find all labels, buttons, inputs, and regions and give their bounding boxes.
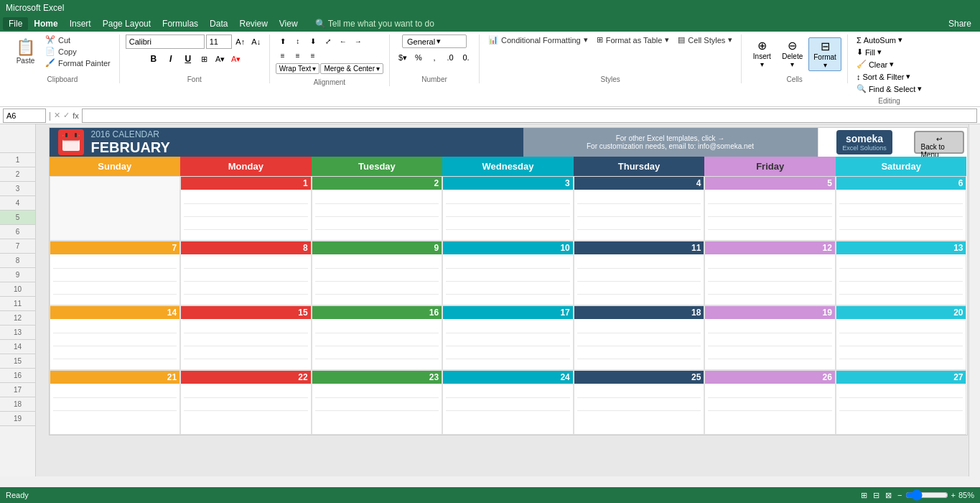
align-top-button[interactable]: ⬆ (276, 34, 290, 47)
menu-home[interactable]: Home (28, 17, 63, 30)
clear-button[interactable]: 🧹 Clear ▾ (854, 59, 925, 70)
align-left-button[interactable]: ≡ (276, 49, 290, 62)
menu-view[interactable]: View (274, 17, 304, 30)
back-to-menu-button[interactable]: ↩ Back to Menu (914, 131, 964, 154)
cal-cell-1[interactable]: 1 (180, 176, 312, 241)
decimal-increase-button[interactable]: .0 (443, 50, 457, 65)
indent-increase-button[interactable]: → (351, 34, 365, 47)
percent-button[interactable]: % (411, 50, 426, 65)
cal-cell-9[interactable]: 9 (312, 241, 443, 305)
cal-cell-23[interactable]: 23 (312, 370, 443, 435)
row-header-6[interactable]: 5 (0, 211, 35, 225)
fill-color-button[interactable]: A▾ (213, 52, 228, 66)
copy-button[interactable]: 📄 Copy (42, 46, 113, 57)
font-color-button[interactable]: A▾ (229, 52, 243, 66)
format-button[interactable]: ⊟ Format ▾ (808, 37, 841, 71)
cal-cell-16[interactable]: 16 (312, 305, 443, 370)
menu-review[interactable]: Review (233, 17, 273, 30)
font-shrink-button[interactable]: A↓ (249, 34, 263, 49)
align-bottom-button[interactable]: ⬇ (306, 34, 320, 47)
sort-filter-button[interactable]: ↕ Sort & Filter ▾ (854, 71, 925, 82)
cal-cell-26[interactable]: 26 (704, 370, 836, 435)
row-header-4[interactable]: 3 (0, 182, 35, 196)
comma-button[interactable]: , (427, 50, 442, 65)
insert-function-icon[interactable]: fx (73, 111, 79, 120)
cal-cell-19[interactable]: 19 (704, 305, 836, 370)
cal-cell-13[interactable]: 13 (836, 241, 967, 305)
formula-input[interactable] (82, 109, 977, 123)
cal-cell-3[interactable]: 3 (442, 176, 574, 241)
cell-styles-button[interactable]: ▤ Cell Styles ▾ (675, 34, 735, 45)
cal-cell-27[interactable]: 27 (836, 370, 967, 435)
cal-cell-12[interactable]: 12 (704, 241, 836, 305)
insert-button[interactable]: ⊕ Insert ▾ (747, 37, 776, 70)
row-header-13[interactable]: 12 (0, 311, 35, 326)
row-header-8[interactable]: 7 (0, 239, 35, 254)
cal-cell-6[interactable]: 6 (836, 176, 967, 241)
row-header-7[interactable]: 6 (0, 225, 35, 239)
row-header-11[interactable]: 10 (0, 282, 35, 297)
menu-file[interactable]: File (3, 17, 28, 30)
row-header-17[interactable]: 16 (0, 369, 35, 383)
indent-decrease-button[interactable]: ← (336, 34, 350, 47)
align-center-button[interactable]: ≡ (291, 49, 305, 62)
cut-button[interactable]: ✂️ Cut (42, 34, 113, 45)
row-header-19[interactable]: 18 (0, 397, 35, 412)
cal-cell-20[interactable]: 20 (836, 305, 967, 370)
cal-cell-22[interactable]: 22 (180, 370, 312, 435)
cal-cell-18[interactable]: 18 (574, 305, 705, 370)
cal-cell-24[interactable]: 24 (442, 370, 574, 435)
format-painter-button[interactable]: 🖌️ Format Painter (42, 57, 113, 68)
number-format-dropdown[interactable]: General ▾ (402, 34, 467, 48)
cal-cell-4[interactable]: 4 (574, 176, 705, 241)
cal-cell-2[interactable]: 2 (312, 176, 443, 241)
cal-cell-25[interactable]: 25 (574, 370, 705, 435)
menu-formulas[interactable]: Formulas (157, 17, 204, 30)
confirm-formula-icon[interactable]: ✓ (63, 111, 70, 120)
cal-cell-15[interactable]: 15 (180, 305, 312, 370)
cal-cell-17[interactable]: 17 (442, 305, 574, 370)
row-header-10[interactable]: 9 (0, 268, 35, 282)
find-select-button[interactable]: 🔍 Find & Select ▾ (854, 83, 925, 94)
align-middle-button[interactable]: ↕ (291, 34, 305, 47)
text-angle-button[interactable]: ⤢ (321, 34, 335, 47)
format-as-table-button[interactable]: ⊞ Format as Table ▾ (594, 34, 673, 45)
cal-cell-5[interactable]: 5 (704, 176, 836, 241)
bold-button[interactable]: B (146, 51, 162, 67)
row-header-14[interactable]: 13 (0, 326, 35, 340)
menu-data[interactable]: Data (204, 17, 233, 30)
cancel-formula-icon[interactable]: ✕ (54, 111, 60, 120)
row-header-16[interactable]: 15 (0, 354, 35, 369)
menu-page-layout[interactable]: Page Layout (97, 17, 157, 30)
paste-button[interactable]: 📋 Paste (11, 37, 39, 66)
font-name-input[interactable] (126, 34, 205, 49)
row-header-18[interactable]: 17 (0, 383, 35, 397)
cal-cell-8[interactable]: 8 (180, 241, 312, 305)
font-size-input[interactable] (206, 34, 232, 49)
autosum-button[interactable]: Σ AutoSum ▾ (854, 34, 925, 45)
menu-tell-me[interactable]: 🔍 Tell me what you want to do (309, 17, 440, 30)
cal-cell-10[interactable]: 10 (442, 241, 574, 305)
fill-button[interactable]: ⬇ Fill ▾ (854, 47, 925, 57)
vertical-scrollbar[interactable] (969, 124, 980, 476)
decimal-decrease-button[interactable]: 0. (459, 50, 473, 65)
underline-button[interactable]: U (180, 51, 196, 67)
italic-button[interactable]: I (163, 51, 179, 67)
delete-button[interactable]: ⊖ Delete ▾ (778, 37, 807, 70)
wrap-text-button[interactable]: Wrap Text ▾ (276, 63, 320, 74)
cal-cell-11[interactable]: 11 (574, 241, 705, 305)
cal-cell-21[interactable]: 21 (50, 370, 181, 435)
row-header-5[interactable]: 4 (0, 196, 35, 211)
row-header-9[interactable]: 8 (0, 254, 35, 268)
menu-insert[interactable]: Insert (64, 17, 97, 30)
cal-cell-7[interactable]: 7 (50, 241, 181, 305)
menu-share[interactable]: Share (943, 17, 977, 30)
border-button[interactable]: ⊞ (197, 52, 212, 66)
font-grow-button[interactable]: A↑ (233, 34, 248, 49)
merge-center-button[interactable]: Merge & Center ▾ (320, 63, 383, 74)
align-right-button[interactable]: ≡ (306, 49, 320, 62)
row-header-3[interactable]: 2 (0, 167, 35, 182)
cal-cell-14[interactable]: 14 (50, 305, 181, 370)
row-header-12[interactable]: 11 (0, 297, 35, 311)
row-header-2[interactable]: 1 (0, 153, 35, 167)
